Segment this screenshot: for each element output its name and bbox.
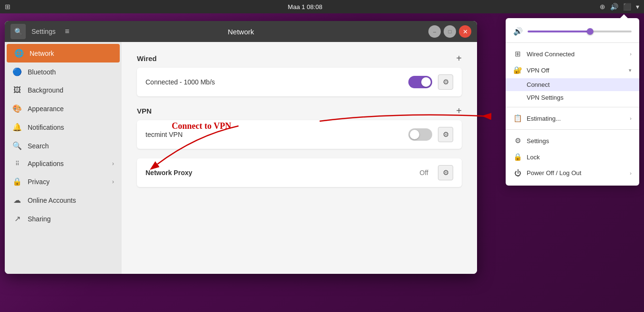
window-titlebar: 🔍 Settings ≡ Network – □ ✕ bbox=[5, 21, 477, 42]
wired-card: Connected - 1000 Mb/s ⚙ bbox=[137, 68, 462, 96]
battery-icon[interactable]: ⬛ bbox=[623, 3, 631, 10]
sidebar-item-background[interactable]: 🖼 Background bbox=[5, 81, 122, 99]
tray-vpn-dropdown-icon: ▾ bbox=[629, 67, 632, 73]
vpn-settings-button[interactable]: ⚙ bbox=[438, 127, 453, 142]
window-body: 🌐 Network 🔵 Bluetooth 🖼 Background 🎨 App… bbox=[5, 42, 477, 274]
tray-vpn-label: VPN Off bbox=[527, 67, 624, 74]
proxy-status: Off bbox=[420, 169, 428, 177]
window-title: Network bbox=[228, 28, 254, 36]
wired-card-row: Connected - 1000 Mb/s ⚙ bbox=[137, 68, 462, 96]
tray-item-vpn[interactable]: 🔐 VPN Off ▾ bbox=[506, 62, 639, 78]
tray-item-power[interactable]: ⏻ Power Off / Log Out › bbox=[506, 165, 639, 181]
wired-toggle-knob bbox=[421, 77, 431, 87]
sidebar-item-privacy[interactable]: 🔒 Privacy › bbox=[5, 172, 122, 191]
proxy-settings-button[interactable]: ⚙ bbox=[438, 165, 453, 180]
tray-power-icon: ⏻ bbox=[513, 169, 522, 177]
taskbar-right: ⊕ 🔊 ⬛ ▾ bbox=[600, 3, 639, 10]
vpn-add-button[interactable]: + bbox=[456, 106, 462, 115]
close-button[interactable]: ✕ bbox=[459, 25, 471, 38]
tray-divider-2 bbox=[506, 107, 639, 107]
vpn-title: VPN bbox=[137, 107, 152, 115]
wired-section-header: Wired + bbox=[137, 53, 462, 63]
tray-estimating-arrow-icon: › bbox=[630, 115, 632, 121]
sidebar-notifications-label: Notifications bbox=[28, 124, 64, 131]
settings-window: 🔍 Settings ≡ Network – □ ✕ 🌐 Network 🔵 B… bbox=[5, 21, 477, 274]
minimize-button[interactable]: – bbox=[428, 25, 441, 38]
sidebar-online-accounts-label: Online Accounts bbox=[28, 197, 76, 204]
wired-add-button[interactable]: + bbox=[456, 53, 462, 63]
network-status-icon[interactable]: ⊕ bbox=[600, 3, 605, 10]
tray-wired-icon: ⊞ bbox=[513, 50, 522, 58]
vpn-card: tecmint VPN ⚙ bbox=[137, 120, 462, 149]
sidebar-network-label: Network bbox=[30, 50, 54, 57]
privacy-icon: 🔒 bbox=[12, 177, 22, 186]
volume-row: 🔊 bbox=[506, 23, 639, 40]
titlebar-left: 🔍 Settings ≡ bbox=[10, 24, 75, 39]
sidebar-item-search[interactable]: 🔍 Search bbox=[5, 136, 122, 155]
background-icon: 🖼 bbox=[12, 86, 22, 94]
tray-lock-icon: 🔒 bbox=[513, 153, 522, 161]
notifications-icon: 🔔 bbox=[12, 123, 22, 132]
sidebar-appearance-label: Appearance bbox=[28, 105, 64, 113]
tray-item-wired[interactable]: ⊞ Wired Connected › bbox=[506, 46, 639, 62]
sidebar-item-applications[interactable]: ⠿ Applications › bbox=[5, 155, 122, 172]
applications-icon: ⠿ bbox=[12, 160, 22, 167]
sidebar-item-online-accounts[interactable]: ☁ Online Accounts bbox=[5, 191, 122, 209]
sidebar-background-label: Background bbox=[28, 86, 63, 94]
sidebar-item-notifications[interactable]: 🔔 Notifications bbox=[5, 118, 122, 136]
tray-power-arrow-icon: › bbox=[630, 170, 632, 176]
search-button[interactable]: 🔍 bbox=[10, 24, 26, 39]
vpn-card-row: tecmint VPN ⚙ bbox=[137, 120, 462, 149]
sidebar-privacy-label: Privacy bbox=[28, 178, 50, 186]
volume-slider[interactable] bbox=[528, 31, 632, 32]
volume-speaker-icon: 🔊 bbox=[513, 27, 523, 36]
chevron-down-icon[interactable]: ▾ bbox=[636, 3, 639, 10]
volume-icon[interactable]: 🔊 bbox=[610, 3, 618, 10]
sidebar-item-network[interactable]: 🌐 Network bbox=[7, 44, 120, 62]
tray-item-estimating[interactable]: 📋 Estimating... › bbox=[506, 110, 639, 126]
main-content: Wired + Connected - 1000 Mb/s ⚙ VPN + bbox=[122, 42, 477, 274]
bluetooth-icon: 🔵 bbox=[12, 67, 22, 76]
vpn-connection-label: tecmint VPN bbox=[145, 131, 403, 138]
proxy-card-row: Network Proxy Off ⚙ bbox=[137, 158, 462, 187]
sidebar-item-bluetooth[interactable]: 🔵 Bluetooth bbox=[5, 62, 122, 81]
wired-settings-button[interactable]: ⚙ bbox=[438, 74, 453, 90]
tray-vpn-settings-item[interactable]: VPN Settings bbox=[506, 91, 639, 104]
tray-settings-icon: ⚙ bbox=[513, 136, 522, 145]
network-icon: 🌐 bbox=[14, 49, 24, 58]
maximize-button[interactable]: □ bbox=[444, 25, 456, 38]
sidebar-search-label: Search bbox=[28, 142, 49, 150]
proxy-title: Network Proxy bbox=[145, 169, 414, 177]
sidebar-sharing-label: Sharing bbox=[28, 215, 51, 223]
tray-divider-1 bbox=[506, 42, 639, 43]
privacy-arrow-icon: › bbox=[112, 178, 114, 185]
tray-wired-arrow-icon: › bbox=[630, 51, 632, 57]
appearance-icon: 🎨 bbox=[12, 104, 22, 113]
sidebar-item-appearance[interactable]: 🎨 Appearance bbox=[5, 99, 122, 118]
tray-settings-label: Settings bbox=[527, 137, 632, 145]
tray-wired-label: Wired Connected bbox=[527, 51, 625, 58]
wired-connection-label: Connected - 1000 Mb/s bbox=[145, 78, 403, 86]
tray-vpn-icon: 🔐 bbox=[513, 66, 522, 74]
tray-estimating-icon: 📋 bbox=[513, 114, 522, 123]
tray-item-settings[interactable]: ⚙ Settings bbox=[506, 133, 639, 149]
tray-divider-3 bbox=[506, 129, 639, 130]
tray-power-label: Power Off / Log Out bbox=[527, 169, 625, 177]
vpn-toggle[interactable] bbox=[408, 128, 432, 141]
network-taskbar-icon[interactable]: ⊞ bbox=[5, 3, 10, 10]
tray-vpn-settings-label: VPN Settings bbox=[527, 94, 563, 101]
sidebar-item-sharing[interactable]: ↗ Sharing bbox=[5, 209, 122, 228]
app-title: Settings bbox=[31, 28, 56, 35]
online-accounts-icon: ☁ bbox=[12, 196, 22, 205]
tray-popup: 🔊 ⊞ Wired Connected › 🔐 VPN Off ▾ Connec… bbox=[506, 18, 639, 186]
tray-item-lock[interactable]: 🔒 Lock bbox=[506, 149, 639, 165]
tray-connect-item[interactable]: Connect bbox=[506, 78, 639, 91]
taskbar-datetime: Maa 1 08:08 bbox=[288, 3, 322, 10]
tray-connect-label: Connect bbox=[527, 81, 550, 88]
wired-toggle[interactable] bbox=[408, 76, 432, 88]
menu-button[interactable]: ≡ bbox=[60, 24, 75, 39]
taskbar: ⊞ Maa 1 08:08 ⊕ 🔊 ⬛ ▾ bbox=[0, 0, 644, 13]
tray-estimating-label: Estimating... bbox=[527, 115, 625, 122]
vpn-section-header: VPN + bbox=[137, 106, 462, 115]
vpn-toggle-knob bbox=[410, 130, 419, 139]
